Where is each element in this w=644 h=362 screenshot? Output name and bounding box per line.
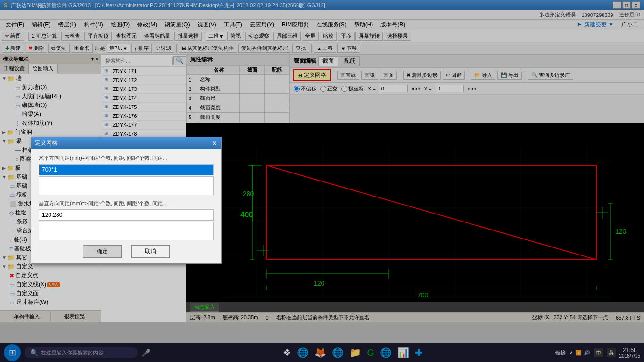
down-btn[interactable]: ▼ 下移 [337,44,360,53]
anim-btn[interactable]: 动态观察 [245,32,272,41]
zoom-btn[interactable]: 缩放 [320,32,337,41]
search-bar[interactable]: 🔍 在这里输入你要搜索的内容 [25,347,138,358]
dynamic-input-btn[interactable]: 动态输入 [190,303,219,312]
search-button[interactable]: 🔍 [173,56,186,65]
nav-tab-settings[interactable]: 工程设置 [0,64,29,74]
tree-node-custom-line[interactable]: ▭ 自定义线(X) NEW [0,280,101,289]
find-btn[interactable]: 查找 [292,44,309,53]
view-mode-btn[interactable]: 俯视 [227,32,244,41]
nav-controls[interactable]: ▾ × [91,57,98,62]
tree-node-wall[interactable]: ▼ 📁 墙 [0,74,101,83]
calc-button[interactable]: Σ 汇总计算 [28,32,60,41]
polar-radio[interactable] [341,86,347,92]
search-input[interactable] [103,57,173,65]
del-btn[interactable]: ✖ 删除 [25,44,47,53]
menu-cloud[interactable]: 云应用(Y) [246,20,278,30]
pan-btn[interactable]: 平移 [338,32,355,41]
menu-version[interactable]: 版本号(B) [377,20,409,30]
task-icon-8[interactable]: 📊 [397,347,409,358]
drawing-area[interactable]: 280 400 120 [186,123,644,302]
export-btn[interactable]: 💾 导出 [497,71,522,80]
draw-line-btn[interactable]: 画直线 [337,71,359,80]
tree-node-custom-face[interactable]: ▭ 自定义面 [0,289,101,298]
orthogonal-radio[interactable] [320,86,326,92]
report-btn[interactable]: 报表预览 [51,312,99,321]
layer-dropdown[interactable]: 第7层 ▼ [107,44,130,53]
task-icon-1[interactable]: ❖ [283,347,291,358]
copy-from-btn[interactable]: ⊞ 从其他楼层复制构件 [179,44,237,53]
rotate-btn[interactable]: 屏幕旋转 [355,32,383,41]
brand-icon[interactable]: 英 [607,348,616,357]
input-method[interactable]: 中 [594,348,603,357]
x-input[interactable] [380,85,408,92]
tree-node-civil-defense[interactable]: ▭ 人防门框墙(RF) [0,92,101,101]
vert-input[interactable] [39,209,214,221]
menu-floor[interactable]: 楼层(L) [54,20,80,30]
sort-btn[interactable]: ↕ 排序 [131,44,152,53]
not-offset-radio[interactable] [294,86,300,92]
query-poly-btn[interactable]: 🔍 查询多边形库 [528,71,573,80]
draw-rect-btn[interactable]: 画面 [380,71,397,80]
tree-node-dimension[interactable]: ↔ 尺寸标注(W) [0,298,101,307]
menu-file[interactable]: 文件(F) [2,20,28,30]
section-tab-section[interactable]: 截面 [318,56,338,66]
up-btn[interactable]: ▲ 上移 [314,44,337,53]
back-btn[interactable]: ↩ 回退 [443,71,465,80]
tree-node-shear-wall[interactable]: ▭ 剪力墙(Q) [0,83,101,92]
task-icon-4[interactable]: 🌐 [332,347,344,358]
tree-node-masonry[interactable]: ▭ 砌体墙(Q) [0,101,101,110]
horiz-input[interactable] [39,164,214,175]
single-comp-btn[interactable]: 单构件输入 [3,312,51,321]
dialog-close-icon[interactable]: ✕ [212,140,217,147]
batch-select-button[interactable]: 批量选择 [174,32,202,41]
menu-comp[interactable]: 构件(N) [80,20,107,30]
close-button[interactable]: × [632,1,640,9]
menu-modify[interactable]: 修改(M) [133,20,161,30]
tray-up-icon[interactable]: ∧ [570,350,573,356]
align-top-button[interactable]: 平齐板顶 [84,32,112,41]
menu-view[interactable]: 视图(V) [194,20,220,30]
nav-tab-draw[interactable]: 绘图输入 [29,64,58,74]
local3d-btn[interactable]: 局部三维 [273,32,301,41]
cancel-button[interactable]: 取消 [131,245,170,258]
menu-help[interactable]: 帮助(H) [350,20,377,30]
list-item[interactable]: ⊞ ZDYX-175 [101,103,186,112]
define-grid-btn[interactable]: ⊞ 定义网格 [293,69,331,81]
list-item[interactable]: ⊞ ZDYX-173 [101,85,186,94]
menu-draw[interactable]: 绘图(D) [107,20,134,30]
view-rebar-button[interactable]: 查看钢筋量 [141,32,173,41]
filter-btn[interactable]: ▽ 过滤 [153,44,174,53]
list-item[interactable]: ⊞ ZDYX-172 [101,76,186,85]
ok-button[interactable]: 确定 [83,245,122,258]
menu-tools[interactable]: 工具(T) [220,20,246,30]
check-button[interactable]: 云检查 [61,32,83,41]
task-icon-7[interactable]: 🌐 [380,347,392,358]
task-icon-2[interactable]: 🌐 [297,347,309,358]
list-item[interactable]: ⊞ ZDYX-176 [101,112,186,121]
draw-button[interactable]: ✏ 绘图 [2,32,24,41]
tray-sound-icon[interactable]: 🔊 [584,350,590,356]
y-input[interactable] [436,85,464,92]
select-floor-btn[interactable]: 选择楼层 [384,32,411,41]
tree-node-masonry-rebar[interactable]: ⋮ 砌体加筋(Y) [0,119,101,128]
rename-btn[interactable]: 重命名 [71,44,93,53]
section-tab-rebar[interactable]: 配筋 [340,56,360,66]
tree-node-custom-point[interactable]: ✖ 自定义点 [0,271,101,280]
clear-poly-btn[interactable]: ✖ 清除多边形 [403,71,441,80]
taskbar-mic[interactable]: 🎤 [141,348,151,357]
list-item[interactable]: ⊞ ZDYX-174 [101,94,186,103]
task-icon-9[interactable]: ✚ [415,347,423,358]
new-btn[interactable]: ✚ 新建 [2,44,24,53]
menu-bim[interactable]: BIM应用(I) [278,20,313,30]
copy-btn[interactable]: ⧉ 复制 [48,44,70,53]
new-change-btn[interactable]: ▶ 新建变更 ▼ [573,20,618,30]
define-grid-dialog[interactable]: 定义网格 ✕ 水平方向间距(mm)=>间距*个数, 间距, 间距*个数, 间距.… [31,137,222,264]
list-item[interactable]: ⊞ ZDYX-171 [101,67,186,76]
tree-node-door[interactable]: ▶ 📁 门窗洞 [0,128,101,137]
maximize-button[interactable]: □ [622,1,631,9]
task-icon-6[interactable]: G [367,347,374,358]
minimize-button[interactable]: _ [613,1,621,9]
list-item[interactable]: ⊞ ZDYX-177 [101,121,186,130]
find-elem-button[interactable]: 查找图元 [113,32,140,41]
fullscreen-btn[interactable]: 全屏 [302,32,319,41]
